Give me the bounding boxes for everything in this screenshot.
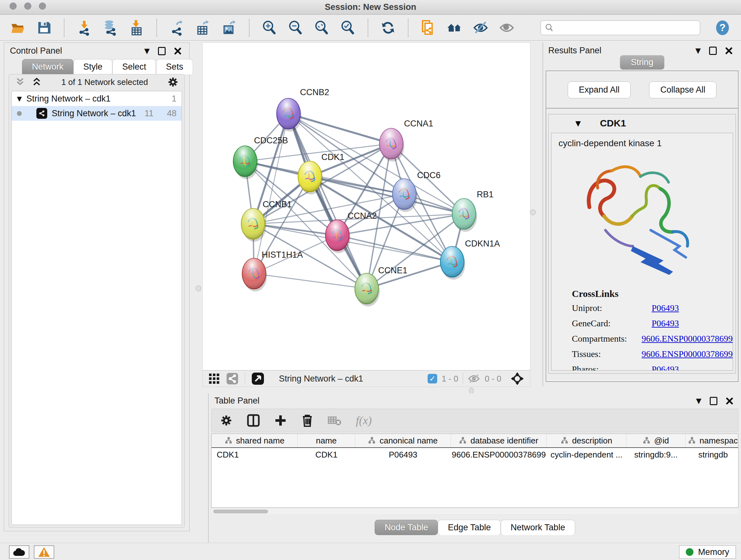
export-image-icon[interactable]	[221, 19, 238, 36]
tab-sets[interactable]: Sets	[156, 59, 193, 74]
zoom-selected-icon[interactable]	[340, 19, 356, 36]
network-node-HIST1H1A[interactable]	[242, 258, 267, 292]
show-columns-icon[interactable]	[247, 414, 260, 427]
tab-string[interactable]: String	[620, 55, 664, 70]
panel-menu-icon[interactable]: ▼	[144, 47, 150, 55]
network-node-CDKN1A[interactable]	[441, 246, 465, 280]
import-network-database-icon[interactable]	[102, 19, 119, 36]
crosslink-link[interactable]: P06493	[652, 318, 679, 328]
close-panel-icon[interactable]	[174, 47, 182, 55]
tab-edge-table[interactable]: Edge Table	[438, 520, 501, 535]
tab-network[interactable]: Network	[22, 59, 73, 74]
tab-select[interactable]: Select	[112, 59, 156, 74]
bottom-splitter-handle[interactable]	[469, 388, 474, 394]
hide-show-graphics-icon[interactable]	[472, 19, 489, 36]
table-cell[interactable]: cyclin-dependent ...	[547, 448, 626, 461]
expand-all-icon[interactable]	[31, 77, 42, 87]
table-options-gear-icon[interactable]	[220, 414, 232, 427]
grid-view-icon[interactable]	[208, 373, 220, 384]
table-cell[interactable]: stringdb:9...	[626, 448, 685, 461]
table-row[interactable]: CDK1CDK1P064939606.ENSP00000378699cyclin…	[212, 448, 738, 461]
float-panel-icon[interactable]	[158, 47, 165, 55]
network-node-CCNA2[interactable]	[326, 220, 350, 253]
selected-indicator-checkbox[interactable]: ✓	[428, 374, 437, 383]
column-header-@id[interactable]: @id	[626, 434, 685, 447]
network-overview-icon[interactable]	[226, 373, 239, 385]
close-window-icon[interactable]	[10, 3, 17, 10]
show-graphics-details-icon[interactable]	[498, 19, 515, 36]
network-edge-CCNB2-CCNA1[interactable]	[288, 114, 391, 144]
save-session-icon[interactable]	[36, 19, 52, 36]
network-node-CCNB2[interactable]	[277, 98, 301, 132]
table-cell[interactable]: stringdb	[685, 448, 738, 461]
float-panel-icon[interactable]	[710, 397, 718, 405]
zoom-in-icon[interactable]	[261, 19, 278, 36]
section-collapse-triangle-icon[interactable]: ▼	[576, 119, 581, 127]
network-edge-CCNA2-CDKN1A[interactable]	[337, 235, 452, 262]
column-header-shared-name[interactable]: shared name	[212, 434, 298, 447]
column-header-namespac[interactable]: namespac	[685, 434, 738, 447]
network-node-label: CCNB1	[263, 199, 292, 209]
network-collection-row[interactable]: ▼ String Network – cdk1 1	[12, 91, 182, 106]
home-layout-icon[interactable]	[446, 19, 463, 36]
right-splitter-handle[interactable]	[530, 209, 536, 215]
network-node-CCNE1[interactable]	[355, 273, 380, 307]
open-file-icon[interactable]	[10, 19, 26, 36]
import-table-file-icon[interactable]	[128, 19, 145, 36]
table-cell[interactable]: CDK1	[298, 448, 355, 461]
collapse-all-icon[interactable]	[15, 77, 25, 87]
crosslink-link[interactable]: 9606.ENSP00000378699	[642, 334, 733, 344]
zoom-window-icon[interactable]	[39, 3, 46, 10]
column-header-name[interactable]: name	[298, 434, 355, 447]
add-column-icon[interactable]	[274, 414, 287, 427]
close-panel-icon[interactable]	[726, 397, 733, 405]
delete-column-icon[interactable]	[301, 414, 314, 428]
birdseye-crosshair-icon[interactable]	[510, 372, 524, 386]
open-in-window-icon[interactable]	[252, 372, 264, 385]
tab-network-table[interactable]: Network Table	[501, 520, 575, 535]
column-header-database-identifier[interactable]: database identifier	[451, 434, 547, 447]
panel-menu-icon[interactable]: ▼	[695, 47, 701, 55]
zoom-fit-content-icon[interactable]	[313, 19, 330, 36]
crosslink-link[interactable]: P06493	[652, 303, 679, 313]
expand-all-button[interactable]: Expand All	[568, 81, 631, 98]
panel-menu-icon[interactable]: ▼	[696, 397, 701, 405]
export-table-icon[interactable]	[195, 19, 211, 36]
export-network-icon[interactable]	[169, 19, 185, 36]
search-input[interactable]	[557, 23, 696, 33]
collapse-all-button[interactable]: Collapse All	[649, 81, 717, 98]
tab-style[interactable]: Style	[73, 59, 112, 74]
network-edge-CCNB2-CCNE1[interactable]	[288, 114, 367, 289]
column-header-description[interactable]: description	[547, 434, 626, 447]
table-cell[interactable]: P06493	[355, 448, 451, 461]
crosslink-link[interactable]: 9606.ENSP00000378699	[642, 349, 733, 359]
scrollbar-thumb[interactable]	[213, 509, 268, 513]
update-view-icon[interactable]	[380, 19, 396, 36]
network-node-CDC6[interactable]	[393, 179, 417, 212]
float-panel-icon[interactable]	[709, 47, 717, 55]
network-canvas[interactable]: CCNB2CCNA1CDC25BCDK1CDC6RB1CCNB1CCNA2CDK…	[202, 43, 530, 370]
close-panel-icon[interactable]	[725, 47, 733, 55]
left-splitter-handle[interactable]	[196, 286, 201, 291]
crosslink-link[interactable]: P06493	[652, 364, 679, 371]
tab-node-table[interactable]: Node Table	[375, 520, 438, 535]
network-node-CCNB1[interactable]	[241, 208, 266, 242]
table-cell[interactable]: 9606.ENSP00000378699	[451, 448, 547, 461]
help-icon[interactable]: ?	[714, 19, 731, 36]
table-horizontal-scrollbar[interactable]	[211, 509, 738, 514]
cloud-status-button[interactable]	[9, 545, 29, 559]
minimize-window-icon[interactable]	[24, 3, 31, 10]
network-node-RB1[interactable]	[452, 199, 477, 232]
network-options-gear-icon[interactable]	[167, 76, 179, 88]
table-cell[interactable]: CDK1	[212, 448, 298, 461]
warnings-button[interactable]	[34, 545, 54, 559]
memory-button[interactable]: Memory	[679, 545, 736, 559]
duplicate-network-icon[interactable]	[420, 19, 436, 36]
network-edge-HIST1H1A-CCNE1[interactable]	[254, 273, 367, 289]
collapse-triangle-icon[interactable]: ▼	[17, 95, 22, 103]
zoom-out-icon[interactable]	[287, 19, 304, 36]
gene-section-header[interactable]: ▼ CDK1	[549, 114, 736, 132]
column-header-canonical-name[interactable]: canonical name	[355, 434, 451, 447]
network-row[interactable]: String Network – cdk1 11 48	[12, 106, 182, 121]
import-network-file-icon[interactable]	[76, 19, 92, 36]
